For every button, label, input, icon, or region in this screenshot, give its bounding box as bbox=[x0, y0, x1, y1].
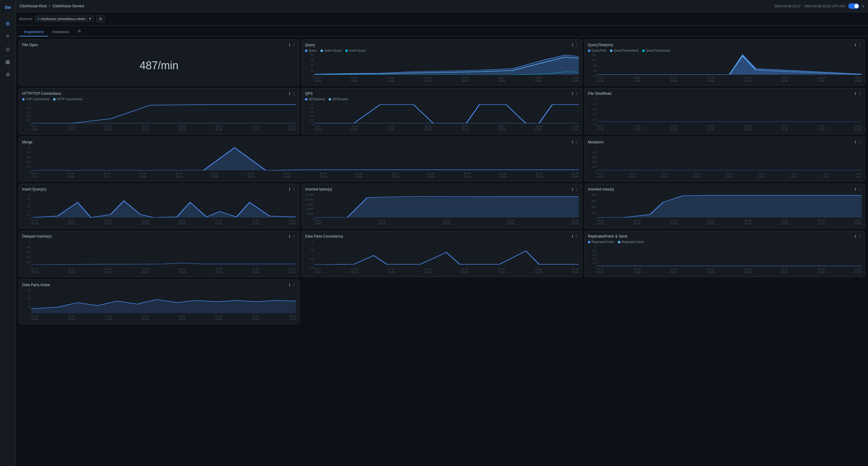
insertquery-yaxis: 32.521.510.50 bbox=[22, 193, 31, 225]
legend-label: QueryTime bbox=[591, 49, 607, 52]
insertedrows-yaxis: 8006004002000 bbox=[588, 193, 596, 225]
panel-insertedbytes-title: Inserted bytes(s) bbox=[305, 187, 332, 192]
tab-instances[interactable]: Instances bbox=[48, 28, 73, 36]
legend-dot bbox=[53, 98, 56, 100]
legend-dot bbox=[329, 98, 331, 100]
more-icon[interactable]: ⋮ bbox=[292, 43, 296, 47]
more-icon[interactable]: ⋮ bbox=[858, 91, 862, 96]
slowread-plot bbox=[597, 97, 862, 124]
panel-slowread-header: File SlowRead ℹ ⋮ bbox=[588, 91, 862, 96]
breadcrumb: ClickHouse-Root > ClickHouse-Service bbox=[20, 4, 84, 8]
insertedbytes-yaxis: 25,00020,00015,00010,0005,0000 bbox=[305, 193, 313, 225]
info-icon[interactable]: ℹ bbox=[855, 187, 856, 192]
info-icon[interactable]: ℹ bbox=[572, 43, 573, 47]
dpa-chart: 1815129 bbox=[22, 289, 296, 321]
panel-insert-query: Insert Query(s) ℹ ⋮ 32.521.510.50 bbox=[19, 184, 299, 228]
info-icon[interactable]: ℹ bbox=[289, 283, 290, 287]
insertedrows-chart-inner: 22:1703-06 22:1903-06 22:2103-06 22:2303… bbox=[597, 193, 862, 225]
service-select-value: clickhouse::prometheus-clickh... bbox=[41, 17, 88, 21]
info-icon[interactable]: ℹ bbox=[855, 91, 856, 96]
legend-label-insert: Insert Query bbox=[349, 49, 366, 52]
more-icon[interactable]: ⋮ bbox=[575, 91, 579, 96]
grid-icon[interactable]: ⊞ bbox=[2, 18, 13, 29]
insertedbytes-chart: 25,00020,00015,00010,0005,0000 bbox=[305, 193, 579, 225]
settings-icon[interactable]: ⚙ bbox=[2, 69, 13, 80]
legend-query: Query bbox=[305, 49, 317, 52]
qps-chart-inner: 22:1703-06 22:1903-06 22:2103-06 22:2303… bbox=[314, 102, 579, 131]
panel-replicated: ReplicatedFetch & Send ℹ ⋮ Replicated Fe… bbox=[585, 231, 865, 277]
svg-marker-62 bbox=[597, 195, 862, 217]
info-icon[interactable]: ℹ bbox=[855, 43, 856, 47]
more-icon[interactable]: ⋮ bbox=[575, 187, 579, 192]
info-icon[interactable]: ℹ bbox=[855, 234, 856, 238]
info-icon[interactable]: ℹ bbox=[289, 187, 290, 192]
more-icon[interactable]: ⋮ bbox=[858, 43, 862, 47]
dpc-chart: 10.80.60.4 bbox=[305, 240, 579, 274]
insertquery-xaxis: 22:1703-06 22:1903-06 22:2103-06 22:2303… bbox=[31, 219, 296, 225]
panel-inserted-bytes: Inserted bytes(s) ℹ ⋮ 25,00020,00015,000… bbox=[302, 184, 582, 228]
query-chart: 252015105 bbox=[305, 54, 579, 82]
info-icon[interactable]: ℹ bbox=[572, 187, 573, 192]
panel-querytime-icons: ℹ ⋮ bbox=[855, 43, 862, 47]
info-icon[interactable]: ℹ bbox=[289, 43, 290, 47]
qps-yaxis: 10.80.60.40.20 bbox=[305, 102, 313, 131]
delayedinserts-chart-inner: 22:1703-06 22:1903-06 22:2103-06 22:2303… bbox=[31, 240, 296, 274]
info-icon[interactable]: ℹ bbox=[855, 140, 856, 144]
more-icon[interactable]: ⋮ bbox=[575, 140, 579, 144]
httptcp-xaxis: 22:1703-06 22:1903-06 22:2103-06 22:2303… bbox=[31, 124, 296, 131]
copy-icon[interactable]: ⧉ bbox=[75, 28, 83, 34]
panel-mutations-header: Mutations ℹ ⋮ bbox=[588, 140, 862, 144]
info-icon[interactable]: ℹ bbox=[572, 140, 573, 144]
panel-data-parts-consistency: Data Parts Consistency ℹ ⋮ 10.80.60.4 bbox=[302, 231, 582, 277]
svg-marker-10 bbox=[597, 55, 862, 75]
dashboard-icon[interactable]: ▦ bbox=[2, 56, 13, 67]
insertedbytes-xaxis: 22:2003-06 22:2303-06 22:2603-06 22:2903… bbox=[314, 219, 579, 225]
more-icon[interactable]: ⋮ bbox=[292, 91, 296, 96]
legend-replicated-send: Replicated Send bbox=[618, 240, 644, 244]
legend-label-query: Query bbox=[309, 49, 317, 52]
more-icon[interactable]: ⋮ bbox=[858, 234, 862, 238]
service-select[interactable]: ● clickhouse::prometheus-clickh... ▾ bbox=[35, 16, 94, 22]
info-icon[interactable]: ℹ bbox=[289, 91, 290, 96]
filter-action-btn[interactable]: ⊞ bbox=[96, 15, 105, 23]
alert-icon[interactable]: ◎ bbox=[2, 43, 13, 54]
httptcp-plot bbox=[31, 102, 296, 124]
panel-replicated-title: ReplicatedFetch & Send bbox=[588, 234, 627, 238]
dpa-plot bbox=[31, 289, 296, 314]
panel-insertedrows-header: Inserted rows(s) ℹ ⋮ bbox=[588, 187, 862, 192]
theme-toggle[interactable] bbox=[848, 3, 859, 9]
menu-icon[interactable]: ≡ bbox=[2, 31, 13, 41]
legend-dot bbox=[642, 50, 645, 52]
more-icon[interactable]: ⋮ bbox=[292, 234, 296, 238]
panel-insertedrows-icons: ℹ ⋮ bbox=[855, 187, 862, 192]
info-icon[interactable]: ℹ bbox=[289, 234, 290, 238]
replicated-chart: 10.80.60.40.20 bbox=[588, 245, 862, 274]
more-icon[interactable]: ⋮ bbox=[858, 140, 862, 144]
info-icon[interactable]: ℹ bbox=[572, 234, 573, 238]
svg-marker-5 bbox=[314, 56, 579, 75]
more-icon[interactable]: ⋮ bbox=[575, 234, 579, 238]
more-icon[interactable]: ⋮ bbox=[292, 187, 296, 192]
tab-inspections[interactable]: Inspections bbox=[20, 28, 48, 36]
svg-marker-49 bbox=[31, 201, 296, 217]
more-icon[interactable]: ⋮ bbox=[292, 283, 296, 287]
query-yaxis: 252015105 bbox=[305, 54, 313, 82]
svg-marker-56 bbox=[314, 197, 579, 217]
panel-slowread-title: File SlowRead bbox=[588, 91, 611, 96]
query-chart-inner: 22:1703-06 22:1903-06 22:2103-06 22:2303… bbox=[314, 54, 579, 82]
panel-insertquery-icons: ℹ ⋮ bbox=[289, 187, 296, 192]
slowread-yaxis: 10.80.60.40.20 bbox=[588, 97, 596, 131]
info-icon[interactable]: ℹ bbox=[572, 91, 573, 96]
panel-delayedinserts-icons: ℹ ⋮ bbox=[289, 234, 296, 238]
panel-mutations-title: Mutations bbox=[588, 140, 603, 144]
breadcrumb-service[interactable]: ClickHouse-Service bbox=[53, 4, 84, 8]
panel-inserted-rows: Inserted rows(s) ℹ ⋮ 8006004002000 bbox=[585, 184, 865, 228]
panel-data-parts-active: Data Parts Active ℹ ⋮ 1815129 bbox=[19, 280, 299, 324]
more-icon[interactable]: ⋮ bbox=[858, 187, 862, 192]
more-icon[interactable]: ⋮ bbox=[575, 43, 579, 47]
breadcrumb-root[interactable]: ClickHouse-Root bbox=[20, 4, 47, 8]
insertedbytes-chart-inner: 22:2003-06 22:2303-06 22:2603-06 22:2903… bbox=[314, 193, 579, 225]
legend-qps-select: QPS(select) bbox=[305, 97, 325, 101]
delayedinserts-chart: 10.80.60.40.20 bbox=[22, 240, 296, 274]
legend-dot-select bbox=[320, 50, 323, 52]
